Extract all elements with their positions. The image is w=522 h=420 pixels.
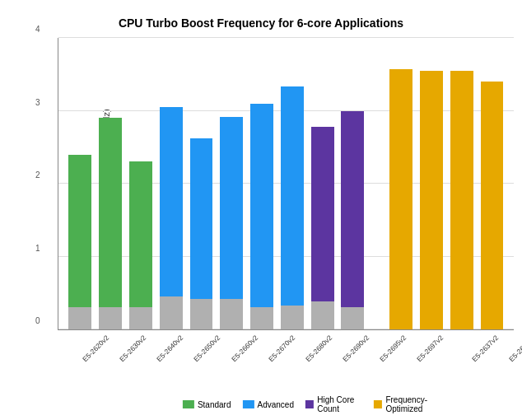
bar-group xyxy=(278,86,305,329)
x-label: E5-2620v2 xyxy=(81,334,110,363)
bar-group xyxy=(418,71,445,329)
bar-segment xyxy=(420,71,443,329)
legend-color-swatch xyxy=(305,400,314,408)
bar-group xyxy=(188,138,215,329)
bar-segment-top xyxy=(68,307,91,329)
x-label: E5-2697v2 xyxy=(415,334,445,363)
bar-segment-main xyxy=(190,138,213,299)
x-labels-row: E5-2620v2E5-2630v2E5-2640v2E5-2650v2E5-2… xyxy=(58,330,514,376)
bar-segment-main xyxy=(250,104,273,308)
chart-container: CPU Turbo Boost Frequency for 6-core App… xyxy=(0,0,522,420)
x-label: E5-2637v2 xyxy=(470,334,500,363)
bar-segment-main xyxy=(129,161,152,307)
bar-segment-main xyxy=(341,111,364,308)
legend-color-swatch xyxy=(374,400,382,408)
bar-segment-top xyxy=(190,299,213,329)
legend-item: Frequency-Optimized xyxy=(374,395,444,413)
bar-segment-main xyxy=(281,86,304,306)
bar-segment-main xyxy=(311,127,334,301)
bar-segment-top xyxy=(281,306,304,329)
y-tick-label: 2 xyxy=(35,170,40,180)
legend-label: Frequency-Optimized xyxy=(385,395,444,413)
legend: StandardAdvancedHigh Core CountFrequency… xyxy=(183,395,444,413)
legend-label: High Core Count xyxy=(317,395,362,413)
chart-area: 6 Core Jobs - Turbo Processor Frequency … xyxy=(58,38,514,376)
bar-group xyxy=(218,117,245,329)
bar-segment-top xyxy=(341,307,364,329)
legend-item: Advanced xyxy=(242,400,293,409)
x-label: E5-2680v2 xyxy=(304,334,333,363)
bar-group xyxy=(67,155,94,329)
x-label: E5-2690v2 xyxy=(341,334,371,363)
bar-segment-top xyxy=(99,307,122,329)
bar-group xyxy=(157,107,184,329)
legend-color-swatch xyxy=(183,400,194,408)
chart-inner: 01234 E5-2620v2E5-2630v2E5-2640v2E5-2650… xyxy=(58,38,514,376)
x-label: E5-2670v2 xyxy=(267,334,296,363)
bar-group xyxy=(478,82,506,329)
x-label: E5-2650v2 xyxy=(192,334,221,363)
bar-group xyxy=(339,111,366,329)
x-label-cell: E5-2620v2 xyxy=(66,330,100,342)
bar-group xyxy=(388,69,415,329)
y-tick-label: 0 xyxy=(35,316,40,325)
y-tick-label: 3 xyxy=(35,97,40,106)
x-label: E5-2660v2 xyxy=(230,334,259,363)
legend-label: Standard xyxy=(198,400,231,409)
bar-segment xyxy=(481,82,504,329)
bar-group xyxy=(128,161,155,329)
y-tick-label: 1 xyxy=(35,243,40,252)
legend-item: High Core Count xyxy=(305,395,362,413)
bar-segment-main xyxy=(220,117,243,299)
bar-group xyxy=(249,104,276,329)
y-tick-label: 4 xyxy=(35,25,40,34)
bar-segment-main xyxy=(68,155,91,308)
legend-item: Standard xyxy=(183,400,231,409)
chart-title: CPU Turbo Boost Frequency for 6-core App… xyxy=(8,16,514,30)
bar-segment-top xyxy=(129,307,152,329)
bar-group xyxy=(97,118,124,329)
bar-segment-main xyxy=(160,107,183,296)
x-label: E5-2640v2 xyxy=(155,334,184,363)
bar-segment-main xyxy=(99,118,122,307)
bar-segment-top xyxy=(250,307,273,329)
x-label: E5-2667v2 xyxy=(507,334,522,363)
plot-area: 01234 xyxy=(58,38,514,330)
bar-segment-top xyxy=(160,296,183,329)
bar-group xyxy=(309,127,336,329)
x-label: E5-2630v2 xyxy=(118,334,147,363)
x-label: E5-2695v2 xyxy=(378,334,408,363)
bar-group xyxy=(448,71,475,329)
bar-segment-top xyxy=(311,301,334,329)
x-label-cell: E5-2637v2 xyxy=(455,330,489,342)
bar-segment xyxy=(389,69,412,329)
bar-segment xyxy=(450,71,473,329)
legend-label: Advanced xyxy=(257,400,293,409)
bars-container xyxy=(58,38,514,329)
bar-segment-top xyxy=(220,299,243,329)
legend-color-swatch xyxy=(242,400,254,408)
